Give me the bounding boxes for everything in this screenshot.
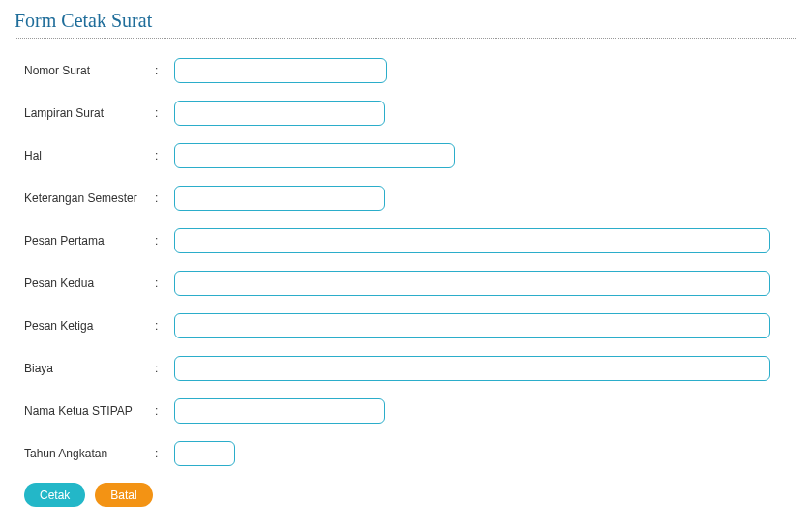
input-lampiran-surat[interactable] — [174, 101, 385, 126]
colon: : — [155, 362, 174, 375]
label-biaya: Biaya — [24, 362, 155, 375]
input-nama-ketua-stipap[interactable] — [174, 398, 385, 424]
colon: : — [155, 447, 174, 460]
colon: : — [155, 64, 174, 77]
row-hal: Hal : — [24, 143, 797, 168]
label-keterangan-semester: Keterangan Semester — [24, 191, 155, 205]
row-keterangan-semester: Keterangan Semester : — [24, 186, 797, 211]
colon: : — [155, 319, 174, 333]
label-tahun-angkatan: Tahun Angkatan — [24, 447, 155, 460]
row-nomor-surat: Nomor Surat : — [24, 58, 797, 83]
input-keterangan-semester[interactable] — [174, 186, 385, 211]
colon: : — [155, 106, 174, 120]
label-nomor-surat: Nomor Surat — [24, 64, 155, 77]
divider — [15, 38, 797, 39]
colon: : — [155, 234, 174, 248]
row-pesan-kedua: Pesan Kedua : — [24, 271, 797, 296]
row-pesan-ketiga: Pesan Ketiga : — [24, 313, 797, 338]
cetak-button[interactable]: Cetak — [24, 483, 85, 507]
page-title: Form Cetak Surat — [15, 10, 797, 32]
row-nama-ketua-stipap: Nama Ketua STIPAP : — [24, 398, 797, 424]
input-biaya[interactable] — [174, 356, 770, 381]
input-pesan-ketiga[interactable] — [174, 313, 770, 338]
batal-button[interactable]: Batal — [95, 483, 152, 507]
form-cetak-surat: Nomor Surat : Lampiran Surat : Hal : Ket… — [15, 58, 797, 466]
colon: : — [155, 191, 174, 205]
row-biaya: Biaya : — [24, 356, 797, 381]
input-hal[interactable] — [174, 143, 455, 168]
row-lampiran-surat: Lampiran Surat : — [24, 101, 797, 126]
label-lampiran-surat: Lampiran Surat — [24, 106, 155, 120]
label-pesan-kedua: Pesan Kedua — [24, 277, 155, 290]
row-tahun-angkatan: Tahun Angkatan : — [24, 441, 797, 466]
input-nomor-surat[interactable] — [174, 58, 387, 83]
action-bar: Cetak Batal — [15, 483, 797, 507]
row-pesan-pertama: Pesan Pertama : — [24, 228, 797, 253]
input-tahun-angkatan[interactable] — [174, 441, 235, 466]
colon: : — [155, 149, 174, 162]
label-pesan-ketiga: Pesan Ketiga — [24, 319, 155, 333]
label-nama-ketua-stipap: Nama Ketua STIPAP — [24, 404, 155, 418]
label-pesan-pertama: Pesan Pertama — [24, 234, 155, 248]
colon: : — [155, 404, 174, 418]
input-pesan-kedua[interactable] — [174, 271, 770, 296]
input-pesan-pertama[interactable] — [174, 228, 770, 253]
colon: : — [155, 277, 174, 290]
label-hal: Hal — [24, 149, 155, 162]
